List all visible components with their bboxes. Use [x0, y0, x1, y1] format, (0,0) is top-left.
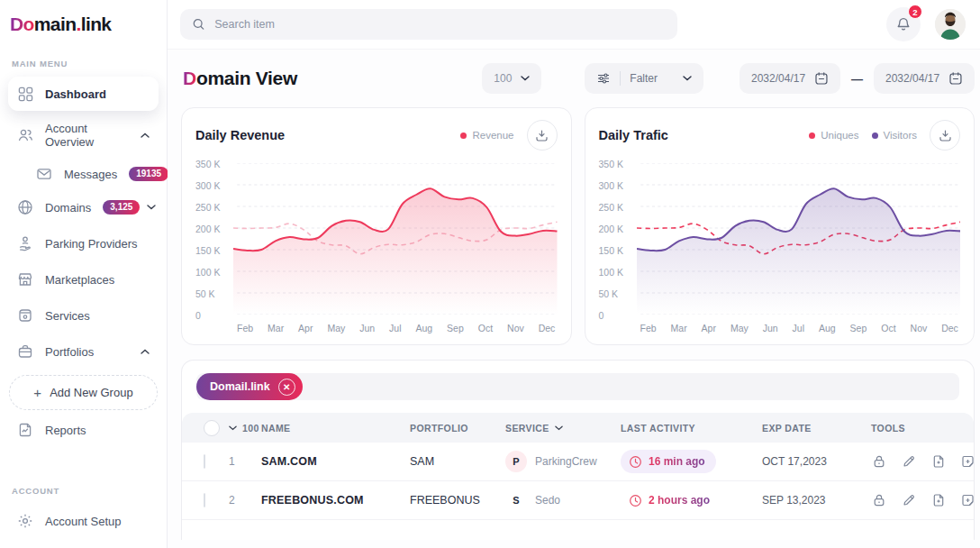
clock-icon	[629, 494, 642, 507]
sidebar-item-account-overview[interactable]: Account Overview	[8, 113, 159, 158]
sidebar-item-report-a-bug[interactable]: Report a Bug	[8, 540, 159, 548]
sidebar-item-account-setup[interactable]: Account Setup	[8, 504, 159, 538]
column-exp-date[interactable]: EXP DATE	[762, 423, 871, 434]
lock-tool-button[interactable]	[871, 492, 887, 508]
sidebar-item-label: Services	[45, 309, 90, 323]
date-range-dash: —	[851, 72, 863, 86]
sidebar-item-reports[interactable]: Reports	[8, 413, 159, 447]
edit-tool-button[interactable]	[901, 492, 917, 508]
domain-name: FREEBONUS.COM	[261, 494, 410, 507]
download-chart-button[interactable]	[930, 120, 960, 151]
tools-cell	[871, 492, 976, 508]
last-activity-badge: 2 hours ago	[621, 489, 721, 512]
logo-part-gradient: Do	[10, 14, 34, 34]
x-tick-label: Feb	[237, 323, 253, 333]
gear-icon	[17, 513, 33, 529]
sidebar-item-label: Messages	[64, 168, 117, 181]
service-avatar: P	[505, 451, 527, 472]
row-number: 1	[229, 455, 261, 468]
column-last-activity[interactable]: LAST ACTIVITY	[621, 423, 762, 434]
sidebar-item-domains[interactable]: Domains 3,125	[8, 190, 159, 224]
row-number: 2	[229, 494, 261, 507]
row-checkbox[interactable]	[204, 493, 205, 507]
chevron-up-icon	[141, 349, 150, 354]
sidebar-item-messages[interactable]: Messages 19135	[29, 160, 159, 188]
page-title: Domain View	[183, 68, 297, 89]
search-input[interactable]	[214, 18, 666, 31]
select-all-checkbox[interactable]	[204, 420, 220, 436]
date-from-value: 2032/04/17	[751, 72, 805, 85]
chevron-down-icon	[229, 425, 237, 431]
y-tick-label: 150 K	[599, 245, 623, 256]
logo-part-link: link	[81, 14, 112, 34]
portfolio-name: SAM	[410, 455, 505, 468]
filter-chip-domail-link[interactable]: Domail.link ✕	[196, 373, 303, 400]
notifications-button[interactable]: 2	[886, 7, 921, 41]
user-avatar[interactable]	[935, 9, 966, 40]
notification-count-badge: 2	[908, 5, 922, 19]
sidebar-item-services[interactable]: Services	[8, 298, 159, 333]
parking-provider-icon	[17, 235, 33, 251]
chart-canvas	[233, 163, 558, 315]
daily-revenue-chart-card: Daily Revenue Revenue 350 K300 K250 K200…	[181, 107, 572, 345]
column-tools: TOOLS	[871, 423, 974, 434]
x-tick-label: Mar	[268, 323, 284, 333]
people-icon	[17, 127, 33, 143]
date-to-value: 2032/04/17	[885, 72, 939, 85]
report-icon	[17, 422, 33, 438]
sidebar-item-label: Account Setup	[45, 515, 122, 528]
x-tick-label: Sep	[447, 323, 464, 333]
download-icon	[939, 129, 952, 142]
add-file-tool-button[interactable]	[930, 453, 947, 470]
x-tick-label: Apr	[702, 323, 716, 333]
service-cell: S Sedo	[505, 489, 621, 511]
export-note-tool-button[interactable]	[960, 453, 976, 470]
y-tick-label: 200 K	[599, 224, 623, 234]
chevron-down-icon	[555, 425, 563, 431]
legend-label: Uniques	[821, 130, 858, 141]
service-name: Sedo	[535, 494, 560, 507]
column-service[interactable]: SERVICE	[505, 423, 621, 434]
sidebar-item-marketplaces[interactable]: Marketplaces	[8, 262, 159, 297]
row-checkbox[interactable]	[204, 454, 205, 469]
sidebar-item-portfolios[interactable]: Portfolios	[8, 334, 159, 369]
y-tick-label: 0	[599, 310, 604, 321]
add-new-group-button[interactable]: + Add New Group	[9, 375, 158, 410]
date-from-picker[interactable]: 2032/04/17	[740, 63, 840, 94]
chart-legend: UniquesVisitors	[809, 130, 917, 141]
lock-tool-button[interactable]	[871, 453, 887, 470]
legend-label: Revenue	[472, 130, 513, 141]
download-chart-button[interactable]	[527, 120, 558, 151]
column-name[interactable]: NAME	[261, 423, 410, 434]
chart-canvas	[637, 163, 961, 315]
storefront-icon	[17, 271, 33, 288]
page-size-select[interactable]: 100	[482, 63, 541, 94]
sidebar-item-label: Account Overview	[45, 122, 129, 149]
logo-part-main: main	[34, 14, 77, 34]
dashboard-icon	[17, 86, 33, 102]
chart-plot-area	[233, 163, 558, 315]
legend-item: Revenue	[460, 130, 513, 141]
date-to-picker[interactable]: 2032/04/17	[874, 63, 975, 94]
export-note-tool-button[interactable]	[960, 492, 976, 508]
column-portfolio[interactable]: PORTFOLIO	[410, 423, 505, 434]
remove-filter-icon[interactable]: ✕	[278, 379, 295, 396]
y-tick-label: 100 K	[599, 267, 623, 278]
avatar-image	[935, 9, 966, 40]
plus-icon: +	[33, 385, 41, 400]
sidebar-item-dashboard[interactable]: Dashboard	[8, 77, 159, 111]
search-bar[interactable]	[180, 9, 677, 40]
y-tick-label: 0	[195, 310, 201, 321]
sidebar-item-parking-providers[interactable]: Parking Providers	[8, 226, 159, 260]
sidebar-item-label: Reports	[45, 424, 86, 437]
table-row[interactable]: 1 SAM.COM SAM P ParkingCrew 16 min ago O…	[182, 443, 974, 481]
edit-tool-button[interactable]	[901, 453, 917, 470]
column-count[interactable]: 100	[229, 423, 261, 434]
table-row[interactable]: 2 FREEBONUS.COM FREEBONUS S Sedo 2 hours…	[182, 481, 974, 520]
add-file-tool-button[interactable]	[930, 492, 947, 508]
column-service-label: SERVICE	[505, 423, 549, 434]
column-count-label: 100	[242, 423, 259, 434]
y-tick-label: 250 K	[599, 202, 623, 213]
y-tick-label: 150 K	[195, 245, 220, 256]
filter-dropdown[interactable]: Falter	[585, 63, 703, 94]
